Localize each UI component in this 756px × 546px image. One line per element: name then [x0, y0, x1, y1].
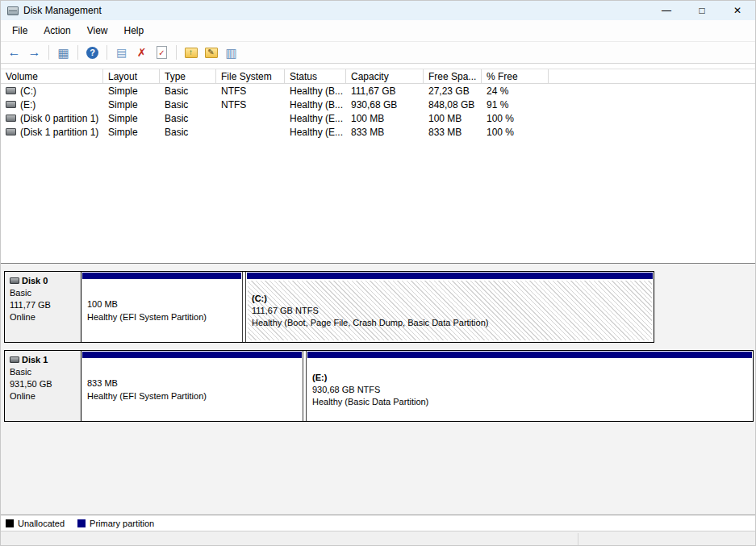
show-console-tree-icon[interactable]: ▦	[53, 44, 73, 62]
column-header-free-space[interactable]: Free Spa...	[424, 69, 482, 83]
cell-status: Healthy (B...	[285, 99, 346, 110]
disk-management-window: Disk Management — □ ✕ File Action View H…	[0, 0, 756, 546]
cell-layout: Simple	[103, 85, 160, 97]
partition-status: Healthy (Basic Data Partition)	[312, 396, 747, 407]
volume-name: (E:)	[20, 99, 36, 110]
disk-1-info-panel[interactable]: Disk 1 Basic 931,50 GB Online	[5, 351, 81, 421]
cell-free-space: 27,23 GB	[424, 85, 482, 97]
volume-icon	[6, 115, 16, 122]
app-icon	[7, 6, 19, 15]
partition-status: Healthy (Boot, Page File, Crash Dump, Ba…	[252, 317, 648, 328]
cell-layout: Simple	[103, 113, 160, 124]
maximize-button[interactable]: □	[684, 1, 720, 20]
cell-pct-free: 91 %	[482, 99, 549, 110]
titlebar: Disk Management — □ ✕	[1, 1, 755, 20]
legend-label: Primary partition	[90, 519, 154, 528]
minimize-button[interactable]: —	[649, 1, 684, 20]
partition-disk1-efi[interactable]: 833 MB Healthy (EFI System Partition)	[81, 351, 303, 421]
menu-view[interactable]: View	[79, 22, 116, 40]
disk-status-label: Online	[10, 311, 76, 323]
partition-color-bar	[82, 273, 241, 279]
partition-size: 100 MB	[87, 298, 236, 310]
volume-icon	[6, 128, 16, 135]
toolbar-separator	[77, 45, 78, 60]
cell-type: Basic	[160, 127, 216, 138]
folder-edit-icon[interactable]: ✎	[201, 44, 221, 62]
menu-file[interactable]: File	[4, 22, 36, 40]
cell-layout: Simple	[103, 127, 160, 138]
column-header-file-system[interactable]: File System	[216, 69, 285, 83]
toolbar-separator	[48, 45, 49, 60]
folder-up-icon[interactable]: ↑	[181, 44, 201, 62]
column-header-status[interactable]: Status	[285, 69, 346, 83]
toolbar-separator	[107, 45, 107, 60]
cell-pct-free: 100 %	[482, 127, 549, 138]
partition-disk1-e[interactable]: (E:) 930,68 GB NTFS Healthy (Basic Data …	[306, 351, 753, 421]
partition-status: Healthy (EFI System Partition)	[87, 311, 236, 323]
status-bar-divider	[578, 533, 578, 546]
disk-0-info-panel[interactable]: Disk 0 Basic 111,77 GB Online	[5, 272, 81, 342]
status-bar	[1, 531, 755, 546]
close-button[interactable]: ✕	[720, 1, 755, 20]
partition-size: 930,68 GB NTFS	[312, 384, 747, 395]
window-title: Disk Management	[23, 5, 102, 16]
volume-row-c[interactable]: (C:) Simple Basic NTFS Healthy (B... 111…	[1, 84, 755, 98]
back-icon[interactable]: ←	[4, 44, 24, 62]
verify-document-icon[interactable]: ✓	[152, 44, 172, 62]
volume-icon	[6, 101, 16, 108]
disk-type-label: Basic	[10, 366, 76, 378]
cell-pct-free: 100 %	[482, 113, 549, 124]
volume-icon	[6, 87, 16, 94]
disk-status-label: Online	[10, 390, 76, 402]
toolbar-separator	[176, 45, 177, 60]
cell-free-space: 833 MB	[424, 127, 482, 138]
cell-type: Basic	[160, 99, 216, 110]
help-icon[interactable]: ?	[82, 44, 102, 62]
disk-icon	[10, 277, 19, 284]
cell-file-system: NTFS	[216, 99, 285, 110]
partition-label: (E:)	[312, 372, 747, 383]
legend-label: Unallocated	[18, 519, 65, 528]
comment-icon[interactable]: ▤	[111, 44, 132, 62]
volume-table-header: Volume Layout Type File System Status Ca…	[1, 69, 755, 84]
column-header-volume[interactable]: Volume	[1, 69, 103, 83]
cell-capacity: 100 MB	[346, 113, 424, 124]
partition-color-bar	[307, 352, 752, 358]
disk-icon	[10, 356, 19, 363]
menu-action[interactable]: Action	[36, 22, 78, 40]
properties-list-icon[interactable]: ▥	[221, 44, 241, 62]
disk-name-label: Disk 0	[22, 275, 48, 287]
toolbar: ← → ▦ ? ▤ ✗ ✓ ↑ ✎ ▥	[1, 41, 755, 64]
column-header-pct-free[interactable]: % Free	[482, 69, 549, 83]
volume-row-e[interactable]: (E:) Simple Basic NTFS Healthy (B... 930…	[1, 98, 755, 111]
partition-disk0-c[interactable]: (C:) 111,67 GB NTFS Healthy (Boot, Page …	[245, 272, 654, 342]
volume-row-disk1-partition1[interactable]: (Disk 1 partition 1) Simple Basic Health…	[1, 125, 755, 139]
volume-name: (C:)	[20, 85, 36, 97]
cell-status: Healthy (E...	[285, 127, 346, 138]
cell-pct-free: 24 %	[482, 85, 549, 97]
cell-type: Basic	[160, 85, 216, 97]
volume-name: (Disk 1 partition 1)	[20, 127, 98, 138]
column-header-layout[interactable]: Layout	[103, 69, 160, 83]
cell-status: Healthy (E...	[285, 113, 346, 124]
partition-color-bar	[82, 352, 302, 358]
volume-row-disk0-partition1[interactable]: (Disk 0 partition 1) Simple Basic Health…	[1, 111, 755, 125]
delete-volume-icon[interactable]: ✗	[132, 44, 152, 62]
legend-bar: Unallocated Primary partition	[1, 515, 755, 531]
disk-size-label: 931,50 GB	[10, 378, 76, 390]
disk-0-row: Disk 0 Basic 111,77 GB Online 100 MB Hea…	[4, 271, 654, 343]
partition-status: Healthy (EFI System Partition)	[87, 390, 297, 402]
disk-1-row: Disk 1 Basic 931,50 GB Online 833 MB Hea…	[4, 350, 754, 422]
menu-help[interactable]: Help	[116, 22, 152, 40]
cell-type: Basic	[160, 113, 216, 124]
column-header-capacity[interactable]: Capacity	[346, 69, 424, 83]
forward-icon[interactable]: →	[24, 44, 44, 62]
partition-size: 833 MB	[87, 377, 297, 389]
partition-color-bar	[247, 273, 653, 279]
disk-name-label: Disk 1	[22, 354, 48, 366]
column-header-type[interactable]: Type	[160, 69, 216, 83]
volume-list-pane: Volume Layout Type File System Status Ca…	[1, 64, 755, 264]
cell-status: Healthy (B...	[285, 85, 346, 97]
volume-name: (Disk 0 partition 1)	[20, 113, 98, 124]
partition-disk0-efi[interactable]: 100 MB Healthy (EFI System Partition)	[81, 272, 243, 342]
